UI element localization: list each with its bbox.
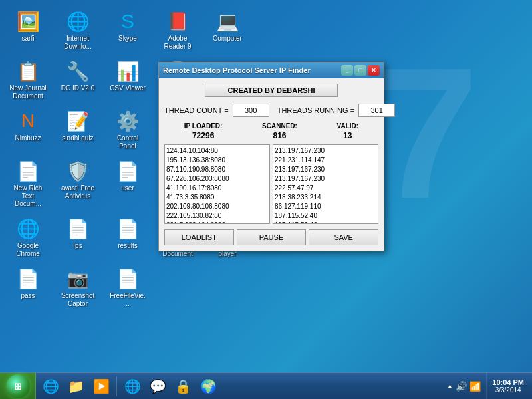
adobe-icon: 📕	[166, 9, 190, 33]
taskbar-separator	[116, 376, 117, 396]
chrome-icon: 🌐	[16, 217, 40, 241]
list-item: 213.197.167.230	[275, 146, 376, 156]
freefile-icon: 📄	[116, 267, 140, 291]
icon-ips[interactable]: 📄 Ips	[57, 214, 99, 261]
start-button[interactable]: ⊞	[0, 373, 36, 400]
nimbuzz-label: Nimbuzz	[15, 134, 41, 142]
close-button[interactable]: ✕	[368, 65, 380, 76]
list-item: 187.115.52.40	[275, 211, 376, 221]
pass-label: pass	[21, 292, 35, 300]
journal-icon: 📋	[16, 59, 40, 83]
journal-label: New Journal Document	[9, 84, 47, 100]
ip-list-box[interactable]: 124.14.10.104:80195.13.136.38:808087.110…	[164, 144, 270, 224]
thread-count-input[interactable]	[233, 104, 269, 117]
threads-running-label: THREADS RUNNING =	[277, 106, 354, 114]
list-item: 222.165.130.82:80	[166, 211, 268, 221]
taskbar-clock[interactable]: 10:04 PM 3/3/2014	[486, 373, 529, 400]
dialog-controls: _ □ ✕	[341, 65, 380, 76]
dialog-title: Remote Desktop Protocol Server IP Finder	[163, 66, 311, 74]
screenshot-icon: 📷	[66, 267, 90, 291]
taskbar-skype[interactable]: 💬	[146, 375, 170, 398]
valid-label: VALID:	[337, 122, 359, 130]
adobe-label: Adobe Reader 9	[159, 35, 196, 51]
valid-col: VALID: 13	[337, 122, 359, 140]
icon-screenshot-captor[interactable]: 📷 Screenshot Captor	[57, 264, 99, 311]
list-item: 221.231.114.147	[275, 156, 376, 165]
skype-icon: S	[116, 9, 140, 33]
icon-internet-download[interactable]: 🌐 Internet Downlo...	[57, 7, 99, 53]
tray-network-icon: 📶	[469, 381, 481, 392]
icon-freefile[interactable]: 📄 FreeFileVie...	[106, 264, 149, 311]
taskbar-right: ▲ 🔊 📶 10:04 PM 3/3/2014	[441, 373, 532, 400]
taskbar-globe[interactable]: 🌍	[196, 375, 220, 398]
nimbuzz-icon: N	[16, 109, 40, 133]
list-item: 41.73.3.35:8080	[166, 193, 268, 202]
ip-loaded-value: 72296	[192, 131, 214, 140]
icon-adobe-reader[interactable]: 📕 Adobe Reader 9	[156, 7, 199, 53]
icon-computer[interactable]: 💻 Computer	[206, 7, 249, 53]
save-button[interactable]: SAVE	[309, 229, 378, 245]
icon-sarfi[interactable]: 🖼️ sarfi	[7, 7, 49, 53]
ip-loaded-col: IP LOADED: 72296	[184, 122, 223, 140]
taskbar-apps: 🌐 📁 ▶️ 🌐 💬 🔒 🌍	[36, 373, 223, 400]
lists-row: 124.14.10.104:80195.13.136.38:808087.110…	[164, 144, 378, 224]
list-item: 222.57.47.97	[275, 184, 376, 193]
icon-user[interactable]: 📄 user	[106, 156, 149, 211]
dialog-body: CREATED BY DEBARSHI THREAD COUNT = THREA…	[159, 78, 384, 251]
icon-dc-id[interactable]: 🔧 DC ID V2.0	[57, 57, 99, 103]
maximize-button[interactable]: □	[354, 65, 366, 76]
icon-control-panel[interactable]: ⚙️ Control Panel	[106, 106, 149, 153]
loadlist-button[interactable]: LOADLIST	[164, 229, 234, 245]
results-label: results	[118, 242, 137, 250]
start-orb: ⊞	[6, 374, 30, 398]
stats-row: IP LOADED: 72296 SCANNED: 816 VALID: 13	[164, 122, 378, 140]
dialog-titlebar: Remote Desktop Protocol Server IP Finder…	[159, 63, 384, 78]
icon-skype[interactable]: S Skype	[106, 7, 149, 53]
list-item: 187.115.52.40	[275, 221, 376, 224]
icon-nimbuzz[interactable]: N Nimbuzz	[7, 106, 49, 153]
taskbar-folder[interactable]: 📁	[64, 375, 88, 398]
avast-icon: 🛡️	[66, 159, 90, 183]
dc-id-label: DC ID V2.0	[61, 84, 95, 92]
taskbar-chrome[interactable]: 🌐	[120, 375, 144, 398]
clock-date: 3/3/2014	[495, 386, 521, 394]
taskbar-mediaplayer[interactable]: ▶️	[89, 375, 113, 398]
created-by-button[interactable]: CREATED BY DEBARSHI	[205, 84, 338, 97]
icon-google-chrome[interactable]: 🌐 Google Chrome	[7, 214, 49, 261]
taskbar-lock[interactable]: 🔒	[171, 375, 195, 398]
icon-pass[interactable]: 📄 pass	[7, 264, 49, 311]
desktop: 7 🖼️ sarfi 🌐 Internet Downlo... S Skype …	[0, 0, 532, 399]
list-item: 213.197.167.230	[275, 165, 376, 174]
pass-icon: 📄	[16, 267, 40, 291]
tray-arrow[interactable]: ▲	[446, 382, 453, 390]
dc-id-icon: 🔧	[66, 59, 90, 83]
thread-count-row: THREAD COUNT = THREADS RUNNING =	[164, 104, 378, 117]
icon-sindhi-quiz[interactable]: 📝 sindhi quiz	[57, 106, 99, 153]
win7-logo: 7	[375, 40, 479, 226]
computer-icon: 💻	[215, 9, 239, 33]
tray-sound-icon: 🔊	[456, 381, 467, 392]
pause-button[interactable]: PAUSE	[237, 229, 307, 245]
icon-avast[interactable]: 🛡️ avast! Free Antivirus	[57, 156, 99, 211]
icon-new-rich-text2[interactable]: 📄 New Rich Text Docum...	[7, 156, 49, 211]
valid-value: 13	[343, 131, 352, 140]
freefile-label: FreeFileVie...	[109, 292, 146, 308]
list-item: 124.14.10.104:80	[166, 146, 268, 156]
internet-download-icon: 🌐	[66, 9, 90, 33]
threads-running-input[interactable]	[358, 104, 395, 117]
user-icon: 📄	[116, 159, 140, 183]
taskbar-ie[interactable]: 🌐	[39, 375, 63, 398]
user-label: user	[121, 184, 134, 192]
internet-download-label: Internet Downlo...	[59, 35, 96, 51]
icon-new-journal[interactable]: 📋 New Journal Document	[7, 57, 49, 103]
chrome-label: Google Chrome	[9, 242, 47, 258]
icon-results[interactable]: 📄 results	[106, 214, 149, 261]
valid-list-box[interactable]: 213.197.167.230221.231.114.147213.197.16…	[273, 144, 378, 224]
minimize-button[interactable]: _	[341, 65, 353, 76]
taskbar-tray: ▲ 🔊 📶	[441, 381, 486, 392]
list-item: 87.110.190.98:8080	[166, 165, 268, 174]
skype-label: Skype	[118, 35, 137, 43]
icon-csv-viewer[interactable]: 📊 CSV Viewer	[106, 57, 149, 103]
thread-count-label: THREAD COUNT =	[164, 106, 229, 114]
ip-loaded-label: IP LOADED:	[184, 122, 223, 130]
